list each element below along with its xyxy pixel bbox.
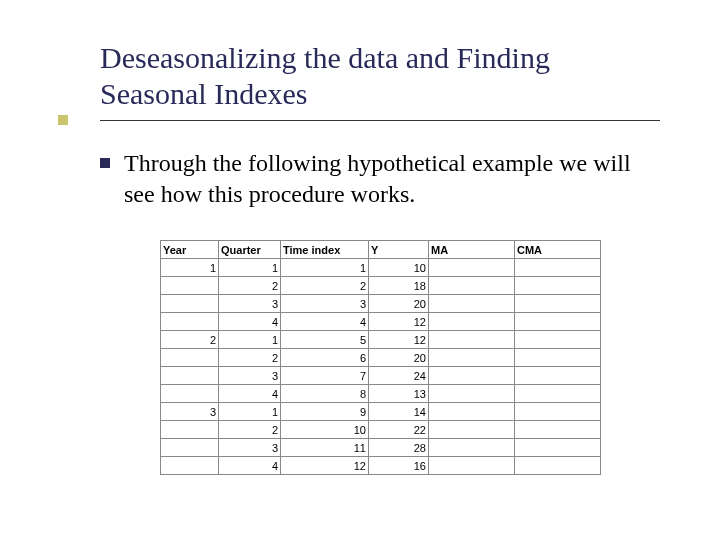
cell-cma	[515, 457, 601, 475]
cell-ma	[429, 385, 515, 403]
cell-time: 3	[281, 295, 369, 313]
table-row: 2620	[161, 349, 601, 367]
cell-y: 24	[369, 367, 429, 385]
cell-quarter: 4	[219, 385, 281, 403]
col-header-year: Year	[161, 241, 219, 259]
slide: Deseasonalizing the data and Finding Sea…	[0, 0, 720, 540]
cell-ma	[429, 259, 515, 277]
cell-quarter: 1	[219, 331, 281, 349]
table-row: 21022	[161, 421, 601, 439]
cell-quarter: 3	[219, 295, 281, 313]
cell-quarter: 3	[219, 439, 281, 457]
col-header-y: Y	[369, 241, 429, 259]
cell-year	[161, 421, 219, 439]
cell-year: 3	[161, 403, 219, 421]
cell-cma	[515, 367, 601, 385]
cell-ma	[429, 331, 515, 349]
cell-year: 1	[161, 259, 219, 277]
cell-year	[161, 457, 219, 475]
cell-year	[161, 367, 219, 385]
cell-time: 4	[281, 313, 369, 331]
cell-quarter: 1	[219, 259, 281, 277]
cell-quarter: 4	[219, 313, 281, 331]
cell-ma	[429, 439, 515, 457]
table-row: 41216	[161, 457, 601, 475]
table-row: 31128	[161, 439, 601, 457]
cell-y: 20	[369, 349, 429, 367]
table-row: 3320	[161, 295, 601, 313]
cell-year	[161, 439, 219, 457]
cell-time: 5	[281, 331, 369, 349]
cell-y: 12	[369, 313, 429, 331]
data-table-container: Year Quarter Time index Y MA CMA 1111022…	[160, 240, 600, 475]
cell-year: 2	[161, 331, 219, 349]
cell-cma	[515, 349, 601, 367]
cell-cma	[515, 403, 601, 421]
cell-year	[161, 295, 219, 313]
cell-cma	[515, 259, 601, 277]
body-text: Through the following hypothetical examp…	[124, 148, 660, 210]
table-row: 3724	[161, 367, 601, 385]
cell-cma	[515, 439, 601, 457]
cell-y: 10	[369, 259, 429, 277]
cell-y: 13	[369, 385, 429, 403]
table-row: 21512	[161, 331, 601, 349]
title-underline	[100, 118, 660, 122]
cell-quarter: 2	[219, 421, 281, 439]
cell-ma	[429, 313, 515, 331]
cell-y: 20	[369, 295, 429, 313]
page-title: Deseasonalizing the data and Finding Sea…	[100, 40, 660, 112]
cell-quarter: 1	[219, 403, 281, 421]
cell-y: 16	[369, 457, 429, 475]
cell-ma	[429, 349, 515, 367]
title-rule-line	[100, 120, 660, 121]
square-bullet-icon	[100, 158, 110, 168]
cell-ma	[429, 277, 515, 295]
cell-cma	[515, 277, 601, 295]
cell-y: 12	[369, 331, 429, 349]
cell-cma	[515, 385, 601, 403]
cell-y: 18	[369, 277, 429, 295]
col-header-ma: MA	[429, 241, 515, 259]
cell-cma	[515, 331, 601, 349]
data-table: Year Quarter Time index Y MA CMA 1111022…	[160, 240, 601, 475]
cell-ma	[429, 421, 515, 439]
cell-time: 12	[281, 457, 369, 475]
col-header-quarter: Quarter	[219, 241, 281, 259]
cell-time: 7	[281, 367, 369, 385]
cell-time: 9	[281, 403, 369, 421]
table-row: 4412	[161, 313, 601, 331]
cell-ma	[429, 295, 515, 313]
cell-time: 10	[281, 421, 369, 439]
col-header-time: Time index	[281, 241, 369, 259]
table-row: 11110	[161, 259, 601, 277]
cell-ma	[429, 457, 515, 475]
cell-time: 1	[281, 259, 369, 277]
cell-quarter: 3	[219, 367, 281, 385]
accent-square-icon	[58, 115, 68, 125]
cell-cma	[515, 313, 601, 331]
cell-quarter: 2	[219, 277, 281, 295]
col-header-cma: CMA	[515, 241, 601, 259]
cell-time: 2	[281, 277, 369, 295]
cell-year	[161, 349, 219, 367]
cell-year	[161, 277, 219, 295]
table-row: 31914	[161, 403, 601, 421]
cell-year	[161, 385, 219, 403]
body-bullet-row: Through the following hypothetical examp…	[100, 148, 660, 210]
cell-ma	[429, 367, 515, 385]
cell-y: 14	[369, 403, 429, 421]
cell-year	[161, 313, 219, 331]
cell-cma	[515, 421, 601, 439]
cell-quarter: 4	[219, 457, 281, 475]
cell-cma	[515, 295, 601, 313]
cell-y: 28	[369, 439, 429, 457]
cell-time: 8	[281, 385, 369, 403]
cell-quarter: 2	[219, 349, 281, 367]
cell-ma	[429, 403, 515, 421]
cell-time: 11	[281, 439, 369, 457]
table-body: 1111022183320441221512262037244813319142…	[161, 259, 601, 475]
cell-y: 22	[369, 421, 429, 439]
table-row: 2218	[161, 277, 601, 295]
table-row: 4813	[161, 385, 601, 403]
